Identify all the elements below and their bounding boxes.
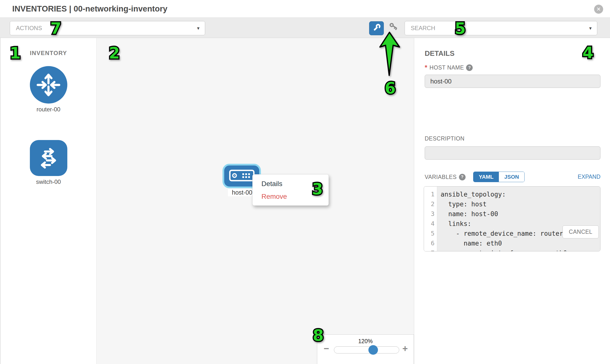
tools-button[interactable] xyxy=(369,21,384,35)
palette-item-label: switch-00 xyxy=(36,179,61,185)
description-label-row: DESCRIPTION xyxy=(425,135,465,142)
actions-dropdown[interactable]: ▾ xyxy=(10,21,205,35)
variables-row: VARIABLES ? YAML JSON EXPAND xyxy=(425,172,600,182)
description-label: DESCRIPTION xyxy=(425,135,465,142)
code-line: remote_interface_name: eth0 xyxy=(441,248,600,251)
line-number: 6 xyxy=(424,238,437,248)
line-number: 4 xyxy=(424,219,437,229)
details-panel-title: DETAILS xyxy=(425,50,454,58)
host-icon xyxy=(229,170,255,182)
palette-item-switch[interactable]: switch-00 xyxy=(0,140,96,185)
variables-label: VARIABLES xyxy=(425,174,457,181)
code-line: type: host xyxy=(441,199,600,209)
palette-item-label: router-00 xyxy=(37,106,60,113)
code-line: name: host-00 xyxy=(441,209,600,219)
help-icon[interactable]: ? xyxy=(459,174,466,181)
expand-link[interactable]: EXPAND xyxy=(578,174,600,180)
help-icon[interactable]: ? xyxy=(466,64,473,71)
palette-item-router[interactable]: router-00 xyxy=(0,66,96,113)
close-glyph: ✕ xyxy=(596,6,601,13)
zoom-in-button[interactable]: + xyxy=(402,344,408,353)
node-context-menu: Details Remove xyxy=(252,174,329,206)
yaml-tab[interactable]: YAML xyxy=(473,172,499,182)
line-number: 3 xyxy=(424,209,437,219)
close-icon[interactable]: ✕ xyxy=(594,5,603,14)
wrench-icon xyxy=(372,23,381,34)
app-root: INVENTORIES | 00-networking-inventory ✕ … xyxy=(0,0,610,364)
editor-code[interactable]: ansible_topology: type: host name: host-… xyxy=(437,186,600,251)
host-name-field[interactable] xyxy=(425,75,600,88)
zoom-slider-track[interactable] xyxy=(334,346,399,353)
context-menu-details[interactable]: Details xyxy=(253,178,328,190)
cancel-button[interactable]: CANCEL xyxy=(562,225,599,238)
key-credentials-button[interactable] xyxy=(388,24,399,33)
line-number: 2 xyxy=(424,199,437,209)
line-number: 7 xyxy=(424,248,437,251)
page-title: INVENTORIES | 00-networking-inventory xyxy=(12,4,168,13)
sidebar-title: INVENTORY xyxy=(0,50,96,57)
json-tab[interactable]: JSON xyxy=(499,172,524,182)
required-marker: * xyxy=(425,64,427,71)
variables-format-toggle: YAML JSON xyxy=(473,172,525,182)
code-line: name: eth0 xyxy=(441,238,600,248)
zoom-control-panel: 120% − + xyxy=(317,334,414,364)
actions-dropdown-input[interactable] xyxy=(10,21,205,35)
router-icon[interactable] xyxy=(30,66,67,104)
page-header: INVENTORIES | 00-networking-inventory ✕ xyxy=(0,0,610,18)
line-number: 5 xyxy=(424,229,437,238)
details-panel: DETAILS * HOST NAME ? DESCRIPTION VARIAB… xyxy=(415,38,610,364)
context-menu-remove[interactable]: Remove xyxy=(253,190,328,203)
topology-canvas[interactable]: host-00 Details Remove 120% − + xyxy=(97,38,414,364)
line-number: 1 xyxy=(424,189,437,199)
zoom-out-button[interactable]: − xyxy=(324,344,329,353)
editor-line-numbers: 1 2 3 4 5 6 7 xyxy=(424,186,437,251)
code-line: ansible_topology: xyxy=(441,189,600,199)
switch-icon[interactable] xyxy=(30,140,67,176)
host-node-label: host-00 xyxy=(228,189,256,196)
variables-editor[interactable]: 1 2 3 4 5 6 7 ansible_topology: type: ho… xyxy=(424,186,600,251)
host-name-label-row: * HOST NAME ? xyxy=(425,64,473,71)
search-dropdown[interactable]: ▾ xyxy=(405,21,597,35)
host-name-label: HOST NAME xyxy=(429,64,464,71)
description-field[interactable] xyxy=(425,146,600,160)
key-icon xyxy=(388,23,399,34)
zoom-slider-thumb[interactable] xyxy=(368,345,378,355)
inventory-sidebar: INVENTORY router-00 xyxy=(0,38,97,364)
search-input[interactable] xyxy=(405,21,597,35)
toolbar: ▾ xyxy=(0,18,610,38)
zoom-level-value: 120% xyxy=(317,338,414,345)
